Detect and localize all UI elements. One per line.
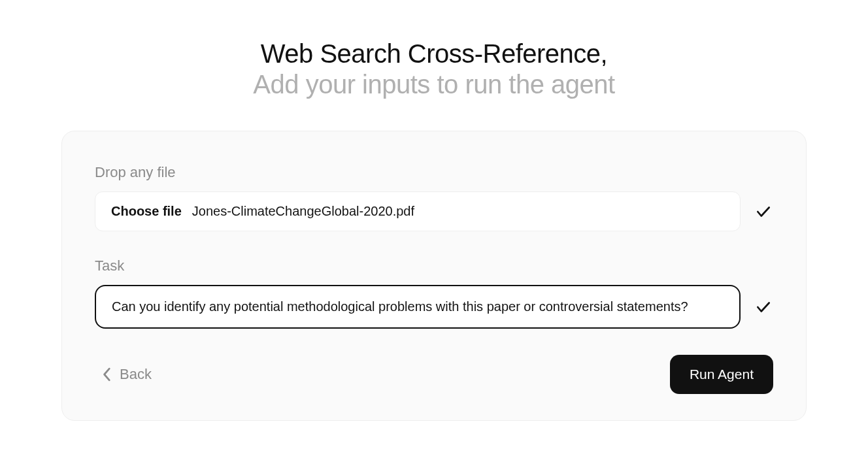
check-icon	[754, 297, 773, 317]
page-title: Web Search Cross-Reference,	[253, 39, 614, 69]
page-header: Web Search Cross-Reference, Add your inp…	[253, 39, 614, 99]
selected-file-name: Jones-ClimateChangeGlobal-2020.pdf	[192, 204, 414, 219]
agent-inputs-card: Drop any file Choose file Jones-ClimateC…	[61, 131, 807, 421]
task-field-label: Task	[95, 257, 773, 274]
file-field-label: Drop any file	[95, 164, 773, 181]
card-footer: Back Run Agent	[95, 355, 773, 394]
back-button[interactable]: Back	[95, 361, 159, 388]
task-input[interactable]	[95, 285, 741, 329]
task-field-section: Task	[95, 257, 773, 329]
task-field-row	[95, 285, 773, 329]
choose-file-label: Choose file	[111, 204, 182, 219]
chevron-left-icon	[103, 367, 112, 382]
run-agent-button[interactable]: Run Agent	[670, 355, 773, 394]
file-input[interactable]: Choose file Jones-ClimateChangeGlobal-20…	[95, 191, 741, 231]
page-subtitle: Add your inputs to run the agent	[253, 70, 614, 99]
back-button-label: Back	[120, 366, 152, 383]
check-icon	[754, 202, 773, 222]
file-field-row: Choose file Jones-ClimateChangeGlobal-20…	[95, 191, 773, 231]
file-field-section: Drop any file Choose file Jones-ClimateC…	[95, 164, 773, 231]
